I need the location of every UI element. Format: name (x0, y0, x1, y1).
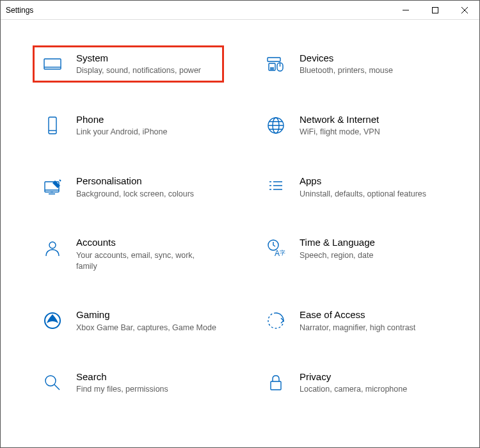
category-title: Personalisation (76, 175, 216, 188)
category-title: Ease of Access (300, 308, 440, 321)
svg-point-14 (45, 376, 56, 386)
svg-text:A: A (275, 249, 280, 258)
category-title: Search (76, 371, 216, 383)
settings-grid: System Display, sound, notifications, po… (1, 20, 479, 414)
category-text: Time & Language Speech, region, date (300, 236, 440, 260)
svg-rect-2 (268, 58, 280, 61)
svg-rect-15 (271, 381, 281, 390)
maximize-button[interactable] (420, 1, 450, 19)
category-desc: Speech, region, date (300, 250, 440, 261)
category-devices[interactable]: Devices Bluetooth, printers, mouse (256, 45, 447, 83)
category-desc: Narrator, magnifier, high contrast (300, 323, 440, 333)
category-desc: Link your Android, iPhone (76, 127, 216, 138)
category-search[interactable]: Search Find my files, permissions (33, 364, 224, 401)
phone-icon (42, 115, 63, 136)
system-icon (42, 53, 63, 75)
minimize-button[interactable] (391, 1, 420, 19)
svg-rect-0 (433, 7, 438, 13)
category-title: Gaming (76, 308, 216, 321)
category-desc: Bluetooth, printers, mouse (300, 65, 440, 76)
category-accounts[interactable]: Accounts Your accounts, email, sync, wor… (33, 230, 224, 278)
window-title: Settings (6, 6, 33, 15)
category-desc: Background, lock screen, colours (76, 189, 216, 200)
category-phone[interactable]: Phone Link your Android, iPhone (33, 107, 224, 144)
category-text: Ease of Access Narrator, magnifier, high… (300, 308, 440, 333)
close-button[interactable] (450, 1, 479, 19)
category-text: Personalisation Background, lock screen,… (76, 175, 216, 199)
category-desc: Uninstall, defaults, optional features (300, 189, 440, 200)
titlebar: Settings (1, 1, 479, 20)
minimize-icon (403, 7, 409, 13)
personalisation-icon (42, 176, 63, 198)
gaming-icon (42, 310, 63, 332)
category-desc: Your accounts, email, sync, work, family (76, 250, 216, 272)
category-text: Search Find my files, permissions (76, 371, 216, 395)
category-ease-of-access[interactable]: Ease of Access Narrator, magnifier, high… (256, 302, 447, 339)
svg-rect-5 (49, 117, 56, 134)
category-privacy[interactable]: Privacy Location, camera, microphone (256, 364, 447, 401)
category-time-language[interactable]: A字 Time & Language Speech, region, date (256, 230, 447, 278)
category-text: Privacy Location, camera, microphone (300, 371, 440, 395)
category-title: Time & Language (300, 236, 440, 249)
category-title: Network & Internet (300, 113, 440, 126)
category-title: Phone (76, 113, 216, 126)
category-apps[interactable]: Apps Uninstall, defaults, optional featu… (256, 168, 447, 205)
category-text: Phone Link your Android, iPhone (76, 113, 216, 138)
category-text: System Display, sound, notifications, po… (76, 52, 216, 76)
category-title: Accounts (76, 236, 216, 249)
category-text: Accounts Your accounts, email, sync, wor… (76, 236, 216, 271)
category-desc: Find my files, permissions (76, 384, 216, 395)
search-icon (42, 372, 63, 394)
category-personalisation[interactable]: Personalisation Background, lock screen,… (33, 168, 224, 205)
globe-icon (265, 115, 287, 136)
lock-icon (265, 372, 287, 394)
close-icon (461, 7, 468, 13)
category-text: Apps Uninstall, defaults, optional featu… (300, 175, 440, 199)
category-text: Network & Internet WiFi, flight mode, VP… (300, 113, 440, 138)
ease-of-access-icon (265, 310, 287, 332)
category-text: Gaming Xbox Game Bar, captures, Game Mod… (76, 308, 216, 333)
category-desc: WiFi, flight mode, VPN (300, 127, 440, 138)
maximize-icon (432, 7, 438, 13)
person-icon (42, 237, 63, 259)
svg-point-9 (49, 242, 56, 248)
category-system[interactable]: System Display, sound, notifications, po… (33, 45, 224, 83)
time-language-icon: A字 (265, 237, 287, 259)
category-desc: Display, sound, notifications, power (76, 65, 216, 76)
devices-icon (265, 53, 287, 75)
svg-text:字: 字 (280, 250, 285, 256)
category-title: Apps (300, 175, 440, 188)
category-title: System (76, 52, 216, 65)
category-text: Devices Bluetooth, printers, mouse (300, 52, 440, 76)
category-desc: Location, camera, microphone (300, 384, 440, 395)
window-controls (391, 1, 479, 19)
category-gaming[interactable]: Gaming Xbox Game Bar, captures, Game Mod… (33, 302, 224, 339)
apps-icon (265, 176, 287, 198)
category-desc: Xbox Game Bar, captures, Game Mode (76, 323, 216, 333)
category-title: Privacy (300, 371, 440, 383)
category-title: Devices (300, 52, 440, 65)
category-network[interactable]: Network & Internet WiFi, flight mode, VP… (256, 107, 447, 144)
